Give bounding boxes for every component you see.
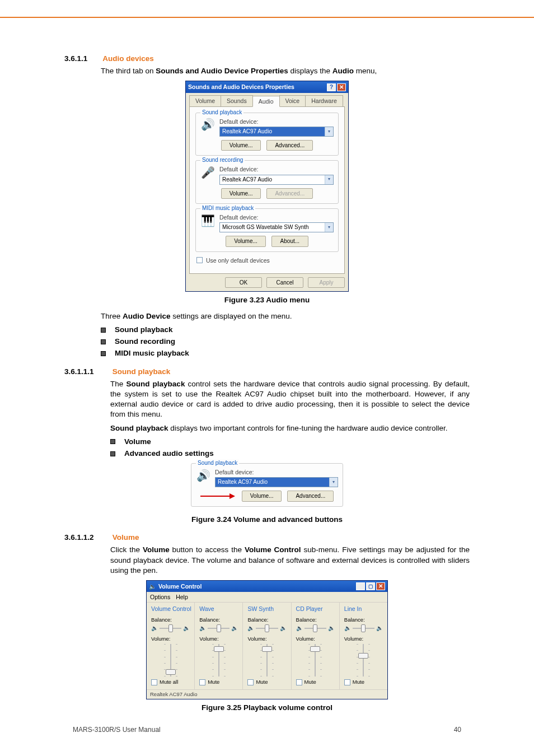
para-sound-playback-controls: Sound playback displays two important co…: [110, 423, 470, 433]
volume-button[interactable]: Volume...: [242, 491, 282, 502]
bullet-icon: [110, 451, 115, 456]
dialog-titlebar: Sounds and Audio Devices Properties ? ✕: [186, 81, 348, 92]
tabs-row: Volume Sounds Audio Voice Hardware: [186, 93, 348, 106]
para-three-settings: Three Audio Device settings are displaye…: [101, 311, 470, 321]
volume-slider[interactable]: [151, 644, 190, 676]
volume-slider[interactable]: [296, 644, 335, 676]
section-title: Audio devices: [102, 54, 154, 63]
midi-icon: 🎹: [200, 213, 215, 228]
mute-checkbox[interactable]: Mute all: [151, 679, 190, 686]
help-button[interactable]: ?: [327, 83, 336, 91]
tab-voice[interactable]: Voice: [279, 95, 306, 106]
cancel-button[interactable]: Cancel: [266, 277, 303, 288]
volume-button[interactable]: Volume...: [221, 188, 261, 199]
checkbox-icon: [344, 679, 350, 685]
column-title: Volume Control: [151, 605, 190, 613]
balance-label: Balance:: [247, 617, 286, 624]
heading-volume: 3.6.1.1.2 Volume: [64, 533, 470, 543]
advanced-button[interactable]: Advanced...: [266, 140, 313, 151]
playback-device-dropdown[interactable]: Realtek AC97 Audio ▾: [215, 477, 338, 487]
checkbox-icon: [199, 679, 205, 685]
figure-caption-323: Figure 3.23 Audio menu: [64, 295, 470, 305]
speaker-left-icon: 🔈: [199, 624, 206, 632]
menu-options[interactable]: Options: [150, 593, 170, 601]
volume-column: Line In Balance: 🔈 🔈 Volume: Mute: [340, 603, 387, 689]
dialog-body: Sound playback 🔊 Default device: Realtek…: [189, 106, 345, 274]
microphone-icon: 🎤: [200, 165, 215, 180]
balance-slider[interactable]: 🔈 🔈: [151, 624, 190, 632]
para-sound-playback-desc: The Sound playback control sets the hard…: [110, 379, 470, 420]
mute-checkbox[interactable]: Mute: [344, 679, 383, 686]
checkbox-icon: [296, 679, 302, 685]
volume-slider[interactable]: [247, 644, 286, 676]
section-title: Volume: [113, 533, 139, 542]
volume-slider[interactable]: [344, 644, 383, 676]
group-title: Sound recording: [200, 156, 245, 164]
figure-audio-menu: Sounds and Audio Devices Properties ? ✕ …: [64, 81, 470, 292]
speaker-icon: 🔊: [200, 118, 215, 132]
minimize-button[interactable]: _: [356, 582, 365, 590]
dialog-buttons: OK Cancel Apply: [186, 277, 348, 292]
volume-icon: 🔈: [149, 582, 156, 590]
footer-page-number: 40: [454, 726, 461, 734]
advanced-button[interactable]: Advanced...: [287, 491, 334, 502]
tab-hardware[interactable]: Hardware: [305, 95, 343, 106]
figure-caption-325: Figure 3.25 Playback volume control: [64, 703, 470, 713]
volume-button[interactable]: Volume...: [226, 236, 266, 247]
maximize-button[interactable]: ▢: [366, 582, 375, 590]
volume-control-window: 🔈Volume Control _ ▢ ✕ Options Help Volum…: [146, 580, 388, 699]
checkbox-icon: [196, 257, 203, 263]
tab-sounds[interactable]: Sounds: [221, 95, 253, 106]
mute-checkbox[interactable]: Mute: [247, 679, 286, 686]
recording-device-dropdown[interactable]: Realtek AC97 Audio ▾: [219, 175, 334, 185]
heading-sound-playback: 3.6.1.1.1 Sound playback: [64, 367, 470, 377]
para-intro: The third tab on Sounds and Audio Device…: [101, 66, 470, 76]
page-footer: MARS-3100R/S User Manual 40: [73, 726, 461, 734]
chevron-down-icon: ▾: [325, 175, 333, 184]
ok-button[interactable]: OK: [225, 277, 262, 288]
speaker-right-icon: 🔈: [183, 624, 190, 632]
use-only-default-checkbox[interactable]: Use only default devices: [196, 256, 339, 264]
mute-checkbox[interactable]: Mute: [296, 679, 335, 686]
balance-slider[interactable]: 🔈 🔈: [344, 624, 383, 632]
group-title: MIDI music playback: [200, 204, 255, 212]
about-button[interactable]: About...: [271, 236, 308, 247]
speaker-left-icon: 🔈: [151, 624, 158, 632]
chevron-down-icon: ▾: [329, 478, 338, 487]
speaker-right-icon: 🔈: [231, 624, 238, 632]
footer-manual-title: MARS-3100R/S User Manual: [73, 726, 161, 734]
menu-help[interactable]: Help: [176, 593, 188, 601]
midi-device-dropdown[interactable]: Microsoft GS Wavetable SW Synth ▾: [219, 222, 334, 232]
sounds-properties-dialog: Sounds and Audio Devices Properties ? ✕ …: [185, 81, 349, 292]
close-button[interactable]: ✕: [376, 582, 385, 590]
balance-slider[interactable]: 🔈 🔈: [247, 624, 286, 632]
mute-checkbox[interactable]: Mute: [199, 679, 238, 686]
list-item: Sound playback: [101, 325, 470, 335]
close-button[interactable]: ✕: [337, 83, 346, 91]
tab-audio[interactable]: Audio: [252, 96, 280, 107]
figure-caption-324: Figure 3.24 Volume and advanced buttons: [64, 515, 470, 525]
group-title: Sound playback: [196, 459, 239, 467]
default-device-label: Default device:: [215, 468, 338, 476]
column-title: Line In: [344, 605, 383, 613]
volume-slider[interactable]: [199, 644, 238, 676]
section-number: 3.6.1.1.2: [64, 533, 110, 543]
playback-device-dropdown[interactable]: Realtek AC97 Audio ▾: [219, 127, 334, 137]
volume-column: Volume Control Balance: 🔈 🔈 Volume: Mute…: [147, 603, 195, 689]
bullet-icon: [101, 328, 106, 333]
figure-volume-advanced: Sound playback 🔊 Default device: Realtek…: [64, 463, 470, 511]
speaker-right-icon: 🔈: [280, 624, 287, 632]
section-title: Sound playback: [113, 367, 171, 376]
status-bar: Realtek AC97 Audio: [147, 689, 387, 699]
volume-label: Volume:: [296, 636, 335, 643]
speaker-left-icon: 🔈: [247, 624, 254, 632]
volume-button[interactable]: Volume...: [221, 140, 261, 151]
chevron-down-icon: ▾: [325, 127, 333, 136]
balance-slider[interactable]: 🔈 🔈: [296, 624, 335, 632]
balance-slider[interactable]: 🔈 🔈: [199, 624, 238, 632]
tab-volume[interactable]: Volume: [189, 95, 221, 106]
speaker-right-icon: 🔈: [376, 624, 383, 632]
heading-audio-devices: 3.6.1.1 Audio devices: [64, 54, 470, 64]
group-sound-recording: Sound recording 🎤 Default device: Realte…: [195, 160, 339, 204]
para-volume-desc: Click the Volume button to access the Vo…: [110, 545, 470, 576]
